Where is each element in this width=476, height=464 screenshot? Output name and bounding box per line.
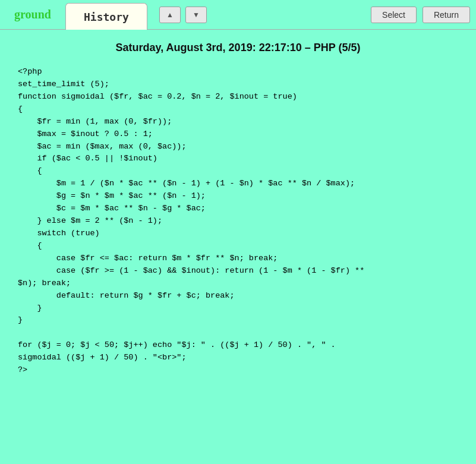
spacer	[207, 0, 371, 29]
top-bar: ground History ▲ ▼ Select Return	[0, 0, 476, 30]
logo-area: ground	[0, 0, 65, 29]
return-button[interactable]: Return	[423, 7, 470, 23]
action-buttons: Select Return	[371, 0, 476, 29]
nav-down-button[interactable]: ▼	[185, 7, 207, 23]
main-content: Saturday, August 3rd, 2019: 22:17:10 – P…	[0, 30, 476, 389]
date-header: Saturday, August 3rd, 2019: 22:17:10 – P…	[18, 42, 458, 54]
history-tab[interactable]: History	[65, 3, 147, 30]
nav-up-button[interactable]: ▲	[159, 7, 181, 23]
code-block: <?php set_time_limit (5); function sigmo…	[18, 66, 458, 377]
nav-buttons: ▲ ▼	[159, 0, 207, 29]
select-button[interactable]: Select	[371, 7, 417, 23]
logo-text: ground	[14, 8, 51, 21]
